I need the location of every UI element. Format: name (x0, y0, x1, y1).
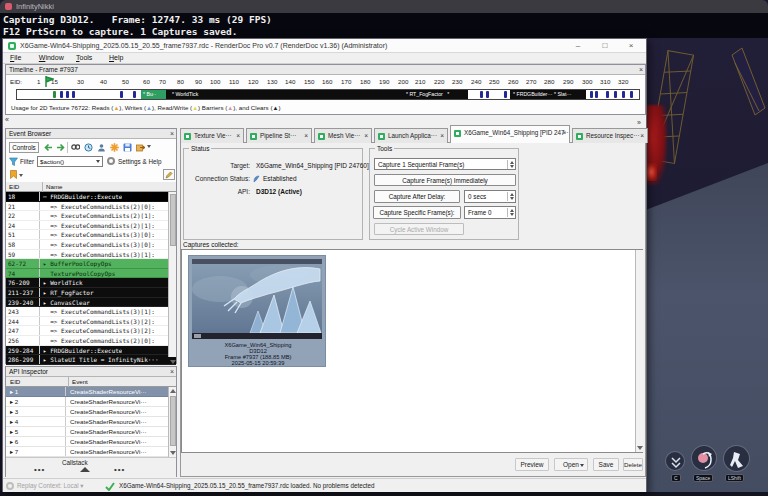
api-row[interactable]: ▸ 2CreateShaderResourceVi··· (6, 397, 176, 407)
timeline-track[interactable]: * Bu··* WorldTick* RT_FogFactor ** FRDGB… (16, 89, 640, 100)
tab-mesh-vie-[interactable]: Mesh Vie···× (314, 128, 372, 143)
api-scroll-down-icon[interactable] (170, 451, 176, 455)
event-row[interactable]: 244 => ExecuteCommandLists(3)[2]: (6, 317, 176, 327)
frame-spinner-arrows[interactable] (507, 208, 514, 217)
timeline-section[interactable]: * WorldTick* RT_FogFactor * (166, 90, 468, 99)
api-row[interactable]: ▸ 1CreateShaderResourceVi··· (6, 387, 176, 397)
event-row[interactable]: 21 => ExecuteCommandLists(2)[0]: (6, 202, 176, 212)
tab-overflow-chevron[interactable]: » (637, 119, 641, 126)
name-column-header[interactable]: Name (46, 182, 63, 192)
captures-list[interactable]: X6Game_Win64_Shipping D3D12 Frame #7937 … (181, 249, 643, 453)
timeline-marker[interactable] (480, 91, 483, 98)
delay-spinner-arrows[interactable] (507, 192, 514, 201)
capture-mode-spinner[interactable]: Capture 1 Sequential Frame(s) (374, 158, 516, 170)
capture-immediately-button[interactable]: Capture Frame(s) Immediately (374, 174, 516, 186)
capture-after-delay-button[interactable]: Capture After Delay: (374, 190, 460, 203)
tab-close-icon[interactable]: × (364, 129, 368, 143)
capture-item[interactable]: X6Game_Win64_Shipping D3D12 Frame #7937 … (188, 255, 326, 367)
menu-help[interactable]: Help (106, 54, 126, 61)
api-scrollbar-thumb[interactable] (170, 396, 176, 446)
find-icon[interactable] (71, 143, 80, 152)
timeline-marker[interactable] (53, 91, 56, 98)
stats-user-icon[interactable] (97, 143, 106, 152)
frame-spinner[interactable]: Frame 0 (464, 206, 516, 219)
menu-window[interactable]: Window (36, 54, 67, 61)
edit-filter-button[interactable] (163, 169, 175, 180)
tab-launch-applica-[interactable]: Launch Applica···× (374, 128, 448, 143)
descend-ability-icon[interactable] (665, 451, 685, 471)
timeline-header[interactable]: Timeline - Frame #7937 × (6, 65, 645, 75)
timeline-marker[interactable] (630, 91, 633, 98)
timeline-marker[interactable] (590, 91, 593, 98)
event-row[interactable]: 51 => ExecuteCommandLists(3)[0]: (6, 230, 176, 240)
sprint-ability-icon[interactable] (723, 445, 750, 472)
export-icon[interactable] (136, 143, 145, 152)
api-event-column-header[interactable]: Event (72, 377, 88, 387)
event-row[interactable]: 256 => ExecuteCommandLists(2)[0]: (6, 336, 176, 346)
event-row[interactable]: 59 => ExecuteCommandLists(3)[1]: (6, 250, 176, 260)
scroll-down-icon[interactable] (170, 360, 176, 364)
tab-close-icon[interactable]: × (562, 126, 566, 140)
bookmark-icon[interactable] (9, 170, 18, 179)
api-eid-column-header[interactable]: EID (10, 377, 20, 387)
event-row[interactable]: 211-237▸ RT_FogFactor (6, 288, 176, 298)
next-event-icon[interactable] (56, 143, 65, 152)
event-browser-header[interactable]: Event Browser × (6, 129, 176, 139)
current-event-flag-icon[interactable] (45, 76, 54, 88)
event-row[interactable]: 243 => ExecuteCommandLists(3)[1]: (6, 307, 176, 317)
close-window-icon[interactable]: × (623, 41, 639, 51)
timeline-marker[interactable] (72, 91, 75, 98)
timeline-marker[interactable] (504, 91, 507, 98)
api-row[interactable]: ▸ 6CreateShaderResourceVi··· (6, 437, 176, 447)
controls-button[interactable]: Controls (9, 142, 39, 153)
jump-ability-icon[interactable] (691, 445, 717, 471)
filter-input[interactable]: $action() (37, 156, 103, 167)
api-inspector-close-icon[interactable]: × (170, 367, 174, 377)
event-table-header[interactable]: EID Name (6, 182, 176, 192)
scrollbar-thumb[interactable] (170, 194, 176, 246)
api-row[interactable]: ▸ 3CreateShaderResourceVi··· (6, 407, 176, 417)
bookmark-star-icon[interactable] (110, 143, 119, 152)
replay-context[interactable]: Replay Context: Local ▾ (17, 479, 84, 492)
event-row[interactable]: 76-209▸ WorldTick (6, 278, 176, 288)
event-browser-close-icon[interactable]: × (170, 129, 174, 139)
api-inspector-header[interactable]: API Inspector × (6, 367, 176, 377)
tab-close-icon[interactable]: × (640, 129, 644, 143)
timeline-marker[interactable] (133, 91, 136, 98)
save-icon[interactable] (123, 143, 132, 152)
prev-event-icon[interactable] (44, 143, 53, 152)
timeline-marker[interactable] (622, 91, 625, 98)
preview-button[interactable]: Preview (515, 458, 549, 471)
tab-resource-inspec-[interactable]: Resource Inspec···× (572, 128, 648, 143)
event-row[interactable]: 58 => ExecuteCommandLists(3)[0]: (6, 240, 176, 250)
event-row[interactable]: 74 TexturePoolCopyOps (6, 269, 176, 279)
open-button[interactable]: Open (554, 458, 588, 471)
tab-pipeline-st-[interactable]: Pipeline St···× (246, 128, 312, 143)
menu-file[interactable]: File (7, 54, 24, 61)
api-scroll-up-icon[interactable] (170, 389, 176, 393)
save-button[interactable]: Save (593, 458, 619, 471)
timings-clock-icon[interactable] (84, 143, 93, 152)
spinner-arrows[interactable] (507, 160, 514, 169)
bookmark-dropdown-arrow[interactable] (19, 174, 23, 177)
event-browser-scrollbar[interactable] (168, 192, 176, 357)
callstack-collapse-icon[interactable] (80, 467, 90, 472)
event-row[interactable]: 247 => ExecuteCommandLists(3)[2]: (6, 326, 176, 336)
api-row[interactable]: ▸ 5CreateShaderResourceVi··· (6, 427, 176, 437)
timeline-section[interactable]: * FRDGBuilder··· * Slat··· (510, 90, 586, 99)
event-row[interactable]: 22 => ExecuteCommandLists(2)[1]: (6, 211, 176, 221)
settings-gear-icon[interactable] (107, 157, 115, 165)
menu-tools[interactable]: Tools (73, 54, 95, 61)
settings-help-link[interactable]: Settings & Help (118, 158, 161, 165)
delay-spinner[interactable]: 0 secs (464, 190, 516, 203)
timeline-marker[interactable] (614, 91, 617, 98)
timeline-close-icon[interactable]: × (639, 65, 643, 75)
delete-button[interactable]: Delete (623, 458, 643, 471)
open-dropdown-arrow[interactable] (580, 464, 584, 467)
timeline-marker[interactable] (595, 91, 598, 98)
timeline-section[interactable]: * Bu·· (141, 90, 166, 99)
eid-column-header[interactable]: EID (9, 182, 19, 192)
timeline-marker[interactable] (60, 91, 63, 98)
tab-close-icon[interactable]: × (236, 129, 240, 143)
toolbar-dropdown-arrow[interactable] (147, 145, 151, 148)
